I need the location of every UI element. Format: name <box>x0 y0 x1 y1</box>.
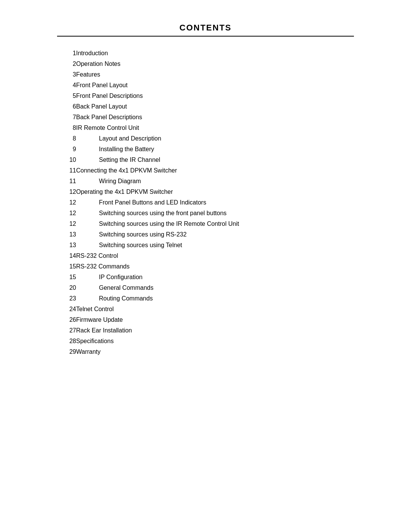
toc-row: 13Switching sources using Telnet <box>57 240 354 251</box>
toc-label: Operating the 4x1 DPKVM Switcher <box>76 187 354 197</box>
toc-number: 20 <box>57 283 76 293</box>
toc-row: 10Setting the IR Channel <box>57 155 354 165</box>
toc-label: Warranty <box>76 347 354 357</box>
toc-row: 6Back Panel Layout <box>57 101 354 112</box>
toc-label: IR Remote Control Unit <box>76 123 354 133</box>
header: CONTENTS <box>57 23 354 37</box>
toc-label: IP Configuration <box>76 272 354 283</box>
toc-row: 15RS-232 Commands <box>57 261 354 272</box>
toc-number: 3 <box>57 69 76 80</box>
toc-row: 1Introduction <box>57 48 354 59</box>
toc-row: 15IP Configuration <box>57 272 354 283</box>
toc-number: 7 <box>57 112 76 123</box>
toc-label: Specifications <box>76 336 354 347</box>
toc-label: Operation Notes <box>76 59 354 69</box>
toc-row: 4Front Panel Layout <box>57 80 354 91</box>
toc-label: Setting the IR Channel <box>76 155 354 165</box>
toc-label: Features <box>76 69 354 80</box>
toc-number: 10 <box>57 155 76 165</box>
toc-label: Rack Ear Installation <box>76 325 354 336</box>
toc-label: Switching sources using the front panel … <box>76 208 354 219</box>
toc-row: 7Back Panel Descriptions <box>57 112 354 123</box>
toc-number: 8 <box>57 133 76 144</box>
toc-label: Front Panel Buttons and LED Indicators <box>76 197 354 208</box>
toc-label: Switching sources using Telnet <box>76 240 354 251</box>
toc-label: Installing the Battery <box>76 144 354 155</box>
toc-row: 20General Commands <box>57 283 354 293</box>
toc-number: 27 <box>57 325 76 336</box>
toc-label: Wiring Diagram <box>76 176 354 187</box>
toc-row: 12Switching sources using the front pane… <box>57 208 354 219</box>
toc-label: Front Panel Layout <box>76 80 354 91</box>
toc-label: Introduction <box>76 48 354 59</box>
toc-number: 15 <box>57 261 76 272</box>
toc-row: 26Firmware Update <box>57 315 354 325</box>
toc-row: 13Switching sources using RS-232 <box>57 229 354 240</box>
toc-number: 15 <box>57 272 76 283</box>
toc-row: 14RS-232 Control <box>57 251 354 261</box>
toc-row: 2Operation Notes <box>57 59 354 69</box>
toc-number: 6 <box>57 101 76 112</box>
toc-row: 3Features <box>57 69 354 80</box>
toc-label: RS-232 Control <box>76 251 354 261</box>
toc-row: 24Telnet Control <box>57 304 354 315</box>
toc-number: 28 <box>57 336 76 347</box>
toc-row: 11Connecting the 4x1 DPKVM Switcher <box>57 165 354 176</box>
toc-number: 5 <box>57 91 76 101</box>
toc-number: 2 <box>57 59 76 69</box>
toc-label: Routing Commands <box>76 293 354 304</box>
toc-number: 12 <box>57 187 76 197</box>
toc-number: 8 <box>57 123 76 133</box>
toc-row: 27Rack Ear Installation <box>57 325 354 336</box>
toc-label: General Commands <box>76 283 354 293</box>
toc-row: 29Warranty <box>57 347 354 357</box>
toc-row: 12Switching sources using the IR Remote … <box>57 219 354 229</box>
toc-number: 1 <box>57 48 76 59</box>
header-rule <box>57 36 354 37</box>
page: CONTENTS 1Introduction2Operation Notes3F… <box>0 0 411 532</box>
toc-row: 23Routing Commands <box>57 293 354 304</box>
toc-row: 12Operating the 4x1 DPKVM Switcher <box>57 187 354 197</box>
toc-label: Firmware Update <box>76 315 354 325</box>
toc-number: 24 <box>57 304 76 315</box>
toc-number: 14 <box>57 251 76 261</box>
toc-number: 11 <box>57 176 76 187</box>
toc-row: 5Front Panel Descriptions <box>57 91 354 101</box>
toc-row: 8Layout and Description <box>57 133 354 144</box>
toc-label: Telnet Control <box>76 304 354 315</box>
toc-number: 4 <box>57 80 76 91</box>
toc-row: 8IR Remote Control Unit <box>57 123 354 133</box>
toc-number: 12 <box>57 219 76 229</box>
toc-row: 9Installing the Battery <box>57 144 354 155</box>
toc-row: 11Wiring Diagram <box>57 176 354 187</box>
toc-label: Back Panel Layout <box>76 101 354 112</box>
toc-number: 9 <box>57 144 76 155</box>
toc-number: 26 <box>57 315 76 325</box>
toc-label: Back Panel Descriptions <box>76 112 354 123</box>
toc-label: Connecting the 4x1 DPKVM Switcher <box>76 165 354 176</box>
toc-number: 29 <box>57 347 76 357</box>
toc-row: 28Specifications <box>57 336 354 347</box>
toc-number: 13 <box>57 240 76 251</box>
toc-label: Layout and Description <box>76 133 354 144</box>
toc-row: 12Front Panel Buttons and LED Indicators <box>57 197 354 208</box>
toc-label: Switching sources using the IR Remote Co… <box>76 219 354 229</box>
page-title: CONTENTS <box>57 23 354 33</box>
toc-number: 12 <box>57 208 76 219</box>
toc-number: 13 <box>57 229 76 240</box>
toc-label: RS-232 Commands <box>76 261 354 272</box>
toc-label: Switching sources using RS-232 <box>76 229 354 240</box>
toc-number: 11 <box>57 165 76 176</box>
toc-number: 12 <box>57 197 76 208</box>
toc-table: 1Introduction2Operation Notes3Features4F… <box>57 48 354 357</box>
toc-label: Front Panel Descriptions <box>76 91 354 101</box>
toc-number: 23 <box>57 293 76 304</box>
